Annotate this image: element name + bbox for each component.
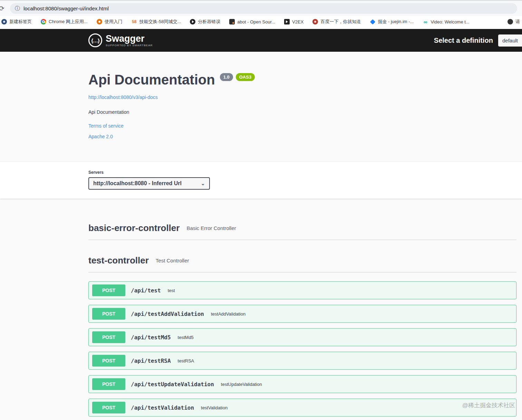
bookmark-item-newtab[interactable]: 新建标签页: [1, 19, 32, 25]
bookmark-item-v2ex[interactable]: V2EX: [284, 19, 303, 24]
post-method-badge: POST: [92, 308, 125, 320]
swagger-logo-text: Swagger: [106, 34, 153, 43]
operations-wrapper: basic-error-controller Basic Error Contr…: [0, 199, 522, 420]
browser-toolbar: ⟳ ⓘ localhost:8080/swagger-ui/index.html: [0, 0, 522, 16]
api-docs-link[interactable]: http://localhost:8080/v3/api-docs: [88, 94, 158, 100]
operation-path: /api/testUpdateValidation: [131, 381, 214, 388]
definition-selector-group: Select a definition default: [434, 34, 522, 47]
baidu-favicon: [312, 19, 318, 24]
smartbear-byline: SUPPORTED BY SMARTBEAR: [106, 44, 153, 47]
servers-label: Servers: [88, 170, 522, 175]
v2ex-favicon: [284, 19, 290, 24]
swagger-topbar: {…} Swagger SUPPORTED BY SMARTBEAR Selec…: [0, 29, 522, 52]
api-info-section: Api Documentation 1.0 OAS3 http://localh…: [0, 52, 522, 150]
operation-summary: testMd5: [178, 335, 194, 340]
tag-section-test-controller: test-controller Test Controller POST /ap…: [88, 252, 516, 417]
bookmark-item-chrome-store[interactable]: Chrome 网上应用...: [41, 19, 88, 25]
bookmark-label: 掘金 - juejin.im -...: [378, 19, 414, 25]
operation-list: POST /api/test test POST /api/testAddVal…: [88, 281, 516, 417]
operation-path: /api/testMd5: [131, 334, 171, 341]
scheme-container: Servers http://localhost:8080 - Inferred…: [0, 162, 522, 199]
bookmark-label: 使用入门: [105, 19, 123, 25]
bookmark-label: 技能交换-58同城交...: [139, 19, 181, 25]
post-method-badge: POST: [92, 331, 125, 343]
operation-row-testUpdateValidation[interactable]: POST /api/testUpdateValidation testUpdat…: [88, 375, 516, 393]
operation-summary: testRSA: [178, 358, 194, 363]
bookmark-label: 百度一下，你就知道: [320, 19, 361, 25]
operation-summary: testAddValidation: [211, 311, 245, 317]
oas3-badge: OAS3: [236, 73, 255, 81]
getting-started-favicon: [97, 19, 102, 24]
page-title: Api Documentation: [88, 72, 215, 88]
bookmark-label: 分析器错误: [198, 19, 220, 25]
definition-select[interactable]: default: [498, 34, 522, 47]
post-method-badge: POST: [92, 355, 125, 367]
bookmark-item-video[interactable]: ∞ Video: Welcome t...: [423, 19, 469, 24]
abot-favicon: [229, 19, 235, 24]
new-tab-favicon: [1, 19, 7, 24]
address-bar[interactable]: ⓘ localhost:8080/swagger-ui/index.html: [10, 3, 517, 14]
chrome-favicon: [41, 19, 46, 24]
bookmark-item-baidu[interactable]: 百度一下，你就知道: [312, 19, 361, 25]
operation-row-test[interactable]: POST /api/test test: [88, 281, 516, 299]
url-text: localhost:8080/swagger-ui/index.html: [23, 6, 109, 11]
bookmark-favicon: [508, 19, 513, 24]
bookmark-label: Video: Welcome t...: [431, 19, 469, 24]
operation-summary: testValidation: [201, 405, 228, 410]
operation-path: /api/test: [131, 287, 161, 294]
tag-header-basic-error-controller[interactable]: basic-error-controller Basic Error Contr…: [88, 219, 516, 240]
bookmark-label: Chrome 网上应用...: [49, 19, 88, 25]
api-description: Api Documentation: [88, 109, 522, 115]
bookmark-label: 新建标签页: [9, 19, 32, 25]
post-method-badge: POST: [92, 402, 125, 413]
operation-path: /api/testAddValidation: [131, 311, 204, 317]
bookmark-item-abot[interactable]: abot - Open Sour...: [229, 19, 275, 24]
post-method-badge: POST: [92, 284, 125, 296]
swagger-logo: {…} Swagger SUPPORTED BY SMARTBEAR: [88, 33, 153, 47]
operation-row-testRSA[interactable]: POST /api/testRSA testRSA: [88, 352, 516, 370]
select-definition-label: Select a definition: [434, 37, 493, 44]
video-favicon: ∞: [423, 19, 428, 24]
operation-summary: test: [168, 288, 175, 293]
operation-row-testMd5[interactable]: POST /api/testMd5 testMd5: [88, 328, 516, 346]
juejin-favicon: [370, 19, 375, 24]
bookmark-item-juejin[interactable]: 掘金 - juejin.im -...: [370, 19, 414, 25]
operation-path: /api/testValidation: [131, 404, 194, 411]
58-favicon: 58: [132, 19, 137, 24]
tag-section-basic-error-controller: basic-error-controller Basic Error Contr…: [88, 219, 516, 240]
bookmark-label: V2EX: [292, 19, 303, 24]
bookmark-label: 请: [515, 19, 520, 25]
reload-icon[interactable]: ⟳: [0, 4, 6, 12]
version-badge: 1.0: [220, 73, 233, 81]
chevron-down-icon: ⌄: [201, 181, 205, 186]
tag-name: test-controller: [88, 255, 149, 266]
operation-summary: testUpdateValidation: [221, 382, 262, 387]
license-link[interactable]: Apache 2.0: [88, 134, 113, 139]
bookmark-item-analyzer[interactable]: 分析器错误: [190, 19, 220, 25]
site-info-icon[interactable]: ⓘ: [15, 5, 20, 12]
bookmark-item-getting-started[interactable]: 使用入门: [97, 19, 123, 25]
bookmark-label: abot - Open Sour...: [237, 19, 275, 24]
definition-select-value: default: [502, 38, 518, 43]
servers-select-value: http://localhost:8080 - Inferred Url: [93, 180, 182, 187]
tag-name: basic-error-controller: [88, 223, 180, 233]
bookmark-item-last[interactable]: 请: [508, 19, 520, 25]
bookmark-item-58[interactable]: 58 技能交换-58同城交...: [132, 19, 181, 25]
terms-of-service-link[interactable]: Terms of service: [88, 123, 124, 129]
juejin-watermark: @稀土掘金技术社区: [462, 401, 515, 409]
post-method-badge: POST: [92, 378, 125, 390]
operation-path: /api/testRSA: [131, 358, 171, 364]
operation-row-testValidation[interactable]: POST /api/testValidation testValidation: [88, 399, 516, 417]
operation-row-testAddValidation[interactable]: POST /api/testAddValidation testAddValid…: [88, 305, 516, 323]
analyzer-favicon: [190, 19, 195, 24]
tag-header-test-controller[interactable]: test-controller Test Controller: [88, 252, 516, 272]
bookmarks-bar: 新建标签页 Chrome 网上应用... 使用入门 58 技能交换-58同城交.…: [0, 16, 522, 29]
tag-description: Basic Error Controller: [186, 225, 236, 231]
servers-select[interactable]: http://localhost:8080 - Inferred Url ⌄: [88, 177, 210, 190]
swagger-logo-icon: {…}: [88, 33, 102, 47]
tag-description: Test Controller: [156, 258, 189, 263]
